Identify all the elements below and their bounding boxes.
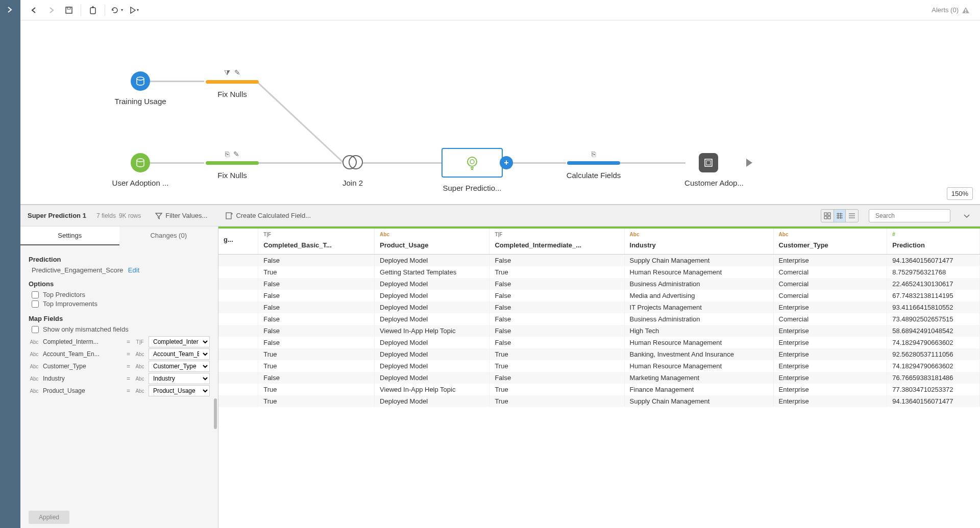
- type-badge: Abc: [134, 364, 145, 369]
- rows-count: 9K rows: [119, 212, 141, 219]
- profile-view-button[interactable]: [821, 210, 834, 222]
- node-fix-nulls-2[interactable]: ⎘✎ Fix Nulls: [204, 150, 260, 180]
- table-row[interactable]: FalseDeployed ModelFalseIT Projects Mana…: [218, 301, 980, 313]
- table-row[interactable]: TrueViewed In-App Help TopicTrueFinance …: [218, 384, 980, 395]
- forward-button[interactable]: [43, 3, 60, 18]
- table-row[interactable]: FalseViewed In-App Help TopicFalseHigh T…: [218, 325, 980, 337]
- table-cell: Comercial: [773, 266, 887, 278]
- column-header[interactable]: #Prediction: [887, 229, 980, 255]
- target-field-select[interactable]: Account_Team_E: [149, 348, 210, 360]
- table-cell: Deployed Model: [375, 348, 489, 360]
- svg-point-10: [468, 157, 477, 166]
- target-field-select[interactable]: Customer_Type: [149, 361, 210, 372]
- alerts-indicator[interactable]: Alerts (0): [932, 6, 975, 14]
- expand-panel-button[interactable]: [961, 210, 973, 222]
- filter-values-button[interactable]: Filter Values...: [151, 210, 211, 221]
- node-customer-adoption-output[interactable]: Customer Adop...: [676, 153, 752, 187]
- table-row[interactable]: FalseDeployed ModelFalseBusiness Adminis…: [218, 278, 980, 290]
- table-cell: 67.74832138114195: [887, 290, 980, 301]
- node-training-usage[interactable]: Training Usage: [102, 71, 179, 106]
- zoom-level[interactable]: 150%: [947, 187, 973, 200]
- field-map-row: Abc Account_Team_En... = Abc Account_Tea…: [29, 348, 210, 360]
- type-badge: Abc: [134, 351, 145, 357]
- table-cell: False: [489, 325, 624, 337]
- node-super-prediction[interactable]: + Super Predictio...: [439, 148, 505, 192]
- table-cell: Comercial: [773, 278, 887, 290]
- tab-settings[interactable]: Settings: [20, 227, 119, 245]
- add-step-button[interactable]: +: [500, 156, 513, 169]
- run-output-icon[interactable]: [746, 159, 752, 167]
- node-calculate-fields[interactable]: ⎘ Calculate Fields: [566, 150, 622, 180]
- add-data-button[interactable]: [84, 3, 102, 18]
- table-row[interactable]: FalseDeployed ModelFalseHuman Resource M…: [218, 337, 980, 348]
- svg-line-7: [256, 81, 343, 162]
- table-row[interactable]: FalseDeployed ModelFalseMarketing Manage…: [218, 372, 980, 384]
- table-row[interactable]: TrueGetting Started TemplatesTrueHuman R…: [218, 266, 980, 278]
- checkbox-top-predictors[interactable]: Top Predictors: [32, 291, 210, 298]
- search-input[interactable]: [875, 212, 952, 219]
- node-user-adoption[interactable]: User Adoption ...: [97, 153, 184, 187]
- options-section-label: Options: [29, 280, 210, 288]
- table-cell: 58.68942491048542: [887, 325, 980, 337]
- table-row[interactable]: FalseDeployed ModelFalseBusiness Adminis…: [218, 313, 980, 325]
- edit-prediction-link[interactable]: Edit: [128, 266, 139, 274]
- table-cell: False: [489, 290, 624, 301]
- expand-rail-button[interactable]: [0, 0, 20, 20]
- table-cell: Supply Chain Management: [624, 255, 773, 267]
- source-field: Completed_Interm...: [43, 338, 122, 345]
- table-row[interactable]: TrueDeployed ModelTrueHuman Resource Man…: [218, 360, 980, 372]
- back-button[interactable]: [26, 3, 43, 18]
- column-header[interactable]: AbcProduct_Usage: [375, 229, 489, 255]
- target-field-select[interactable]: Completed_Inter: [149, 336, 210, 347]
- table-cell: False: [489, 337, 624, 348]
- column-header[interactable]: AbcIndustry: [624, 229, 773, 255]
- script-icon: ⎘: [225, 150, 229, 158]
- create-calc-field-button[interactable]: Create Calculated Field...: [222, 210, 315, 221]
- table-row[interactable]: FalseDeployed ModelFalseSupply Chain Man…: [218, 255, 980, 267]
- table-row[interactable]: TrueDeployed ModelTrueSupply Chain Manag…: [218, 395, 980, 407]
- column-header[interactable]: T|FCompleted_Basic_T...: [258, 229, 375, 255]
- checkbox-show-mismatched[interactable]: Show only mismatched fields: [32, 325, 210, 333]
- table-cell: False: [489, 313, 624, 325]
- table-row[interactable]: FalseDeployed ModelFalseMedia and Advert…: [218, 290, 980, 301]
- settings-panel: Settings Changes (0) Prediction Predicti…: [20, 227, 218, 528]
- run-flow-button[interactable]: ▾: [126, 3, 143, 18]
- search-box[interactable]: [869, 209, 950, 222]
- table-cell: Enterprise: [773, 395, 887, 407]
- table-cell: False: [489, 255, 624, 267]
- tab-changes[interactable]: Changes (0): [119, 227, 218, 245]
- target-field-select[interactable]: Industry: [149, 373, 210, 384]
- table-row[interactable]: TrueDeployed ModelTrueBanking, Investmen…: [218, 348, 980, 360]
- table-cell: False: [489, 372, 624, 384]
- column-header[interactable]: g...: [218, 229, 258, 255]
- panel-scrollbar[interactable]: [214, 398, 217, 429]
- table-cell: Business Administration: [624, 278, 773, 290]
- table-cell: Deployed Model: [375, 301, 489, 313]
- table-cell: Deployed Model: [375, 395, 489, 407]
- table-cell: False: [258, 255, 375, 267]
- table-cell: False: [258, 325, 375, 337]
- step-title: Super Prediction 1: [28, 212, 86, 219]
- flow-canvas[interactable]: Training Usage ⧩✎ Fix Nulls User Adoptio…: [20, 20, 980, 204]
- data-grid[interactable]: g...T|FCompleted_Basic_T...AbcProduct_Us…: [218, 227, 980, 528]
- checkbox-top-improvements[interactable]: Top Improvements: [32, 300, 210, 308]
- svg-rect-20: [828, 213, 830, 215]
- column-header[interactable]: AbcCustomer_Type: [773, 229, 887, 255]
- svg-rect-6: [965, 12, 966, 13]
- svg-rect-0: [66, 7, 72, 13]
- refresh-button[interactable]: ▾: [108, 3, 126, 18]
- table-cell: [218, 372, 258, 384]
- table-cell: False: [258, 278, 375, 290]
- save-button[interactable]: [60, 3, 78, 18]
- table-cell: True: [258, 360, 375, 372]
- svg-point-9: [137, 159, 144, 162]
- node-join-2[interactable]: Join 2: [330, 153, 376, 187]
- column-header[interactable]: T|FCompleted_Intermediate_...: [489, 229, 624, 255]
- grid-view-button[interactable]: [834, 210, 846, 222]
- node-fix-nulls-1[interactable]: ⧩✎ Fix Nulls: [204, 68, 260, 98]
- table-cell: Enterprise: [773, 372, 887, 384]
- list-view-button[interactable]: [846, 210, 858, 222]
- table-cell: 93.41166415810552: [887, 301, 980, 313]
- table-cell: True: [258, 266, 375, 278]
- target-field-select[interactable]: Product_Usage: [149, 385, 210, 396]
